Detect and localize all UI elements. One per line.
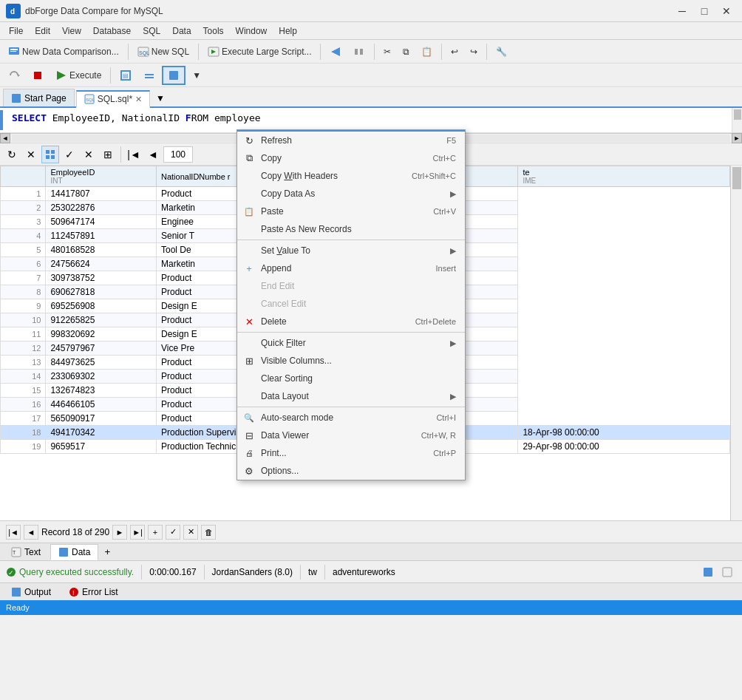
scroll-left-button[interactable]: ◄ xyxy=(0,133,10,143)
redo-button[interactable]: ↪ xyxy=(465,42,483,61)
cell-employeeid[interactable]: 695256908 xyxy=(46,299,157,313)
cell-employeeid[interactable]: 253022876 xyxy=(46,201,157,215)
toolbar-btn-selected[interactable] xyxy=(162,66,186,85)
toolbar-btn-6[interactable] xyxy=(138,66,160,85)
grid-check-btn[interactable]: ✓ xyxy=(61,146,78,163)
grid-cancel-btn[interactable]: ✕ xyxy=(22,146,40,163)
nav-x-button[interactable]: ✕ xyxy=(183,525,198,540)
menu-file[interactable]: File xyxy=(3,24,29,38)
ctx-paste-new[interactable]: Paste As New Records xyxy=(237,220,465,238)
cell-employeeid[interactable]: 132674823 xyxy=(46,384,157,398)
ctx-copy-headers[interactable]: Copy With Headers Ctrl+Shift+C xyxy=(237,167,465,185)
ctx-data-viewer[interactable]: ⊟ Data Viewer Ctrl+W, R xyxy=(237,427,465,444)
new-sql-button[interactable]: SQL New SQL xyxy=(132,42,194,61)
cell-employeeid[interactable]: 565090917 xyxy=(46,412,157,426)
tab-start-page[interactable]: Start Page xyxy=(3,89,75,106)
stop-btn[interactable] xyxy=(27,66,49,85)
execute-button[interactable]: Execute xyxy=(50,66,106,85)
minimize-button[interactable]: ─ xyxy=(673,4,692,18)
menu-window[interactable]: Window xyxy=(230,24,273,38)
ctx-print[interactable]: 🖨 Print... Ctrl+P xyxy=(237,444,465,462)
tab-sql-file[interactable]: SQL SQL.sql* ✕ xyxy=(76,90,150,108)
tab-data[interactable]: Data xyxy=(50,544,98,560)
menu-edit[interactable]: Edit xyxy=(29,24,56,38)
ctx-visible-columns[interactable]: ⊞ Visible Columns... xyxy=(237,352,465,370)
nav-next-button[interactable]: ► xyxy=(112,525,127,540)
ctx-set-value[interactable]: Set Value To ▶ xyxy=(237,242,465,259)
grid-x-btn[interactable]: ✕ xyxy=(80,146,98,163)
status-icon-btn-1[interactable] xyxy=(699,563,717,581)
vertical-scrollbar[interactable] xyxy=(730,166,742,520)
status-icon-btn-2[interactable] xyxy=(718,563,736,581)
cell-date2[interactable]: 18-Apr-98 00:00:00 xyxy=(518,426,730,440)
tab-output[interactable]: Output xyxy=(3,584,59,600)
cell-employeeid[interactable]: 446466105 xyxy=(46,398,157,412)
ctx-append[interactable]: + Append Insert xyxy=(237,259,465,277)
menu-tools[interactable]: Tools xyxy=(197,24,230,38)
cell-employeeid[interactable]: 112457891 xyxy=(46,229,157,243)
add-tab-button[interactable]: + xyxy=(100,545,115,560)
cell-employeeid[interactable]: 912265825 xyxy=(46,313,157,327)
toolbar-btn-5[interactable]: ▤ xyxy=(115,66,137,85)
menu-data[interactable]: Data xyxy=(166,24,197,38)
toolbar-btn-1[interactable] xyxy=(324,42,347,61)
ctx-paste[interactable]: 📋 Paste Ctrl+V xyxy=(237,203,465,220)
ctx-delete[interactable]: ✕ Delete Ctrl+Delete xyxy=(237,313,465,330)
cell-employeeid[interactable]: 24756624 xyxy=(46,257,157,271)
ctx-refresh[interactable]: ↻ Refresh F5 xyxy=(237,132,465,149)
col-header-date[interactable]: teIME xyxy=(518,166,730,187)
toolbar-btn-2[interactable] xyxy=(348,42,370,61)
tab-close-button[interactable]: ✕ xyxy=(135,95,142,104)
execute-large-script-button[interactable]: Execute Large Script... xyxy=(202,42,316,61)
cell-employeeid[interactable]: 233069302 xyxy=(46,370,157,384)
menu-database[interactable]: Database xyxy=(87,24,137,38)
cell-employeeid[interactable]: 844973625 xyxy=(46,356,157,370)
nav-prev-button[interactable]: ◄ xyxy=(24,525,38,540)
ctx-end-edit[interactable]: End Edit xyxy=(237,277,465,295)
ctx-auto-search[interactable]: 🔍 Auto-search mode Ctrl+I xyxy=(237,409,465,427)
ctx-data-layout[interactable]: Data Layout ▶ xyxy=(237,387,465,405)
menu-help[interactable]: Help xyxy=(273,24,303,38)
tab-error-list[interactable]: ! Error List xyxy=(61,584,126,600)
undo-button[interactable]: ↩ xyxy=(446,42,463,61)
ctx-clear-sorting[interactable]: Clear Sorting xyxy=(237,370,465,387)
cell-employeeid[interactable]: 9659517 xyxy=(46,440,157,454)
ctx-options[interactable]: ⚙ Options... xyxy=(237,462,465,480)
ctx-copy[interactable]: ⧉ Copy Ctrl+C xyxy=(237,149,465,167)
copy-button[interactable]: ⧉ xyxy=(398,42,415,61)
refresh-btn[interactable] xyxy=(3,66,25,85)
close-button[interactable]: ✕ xyxy=(717,4,736,18)
nav-delete-button[interactable]: 🗑 xyxy=(201,525,216,540)
nav-add-button[interactable]: + xyxy=(148,525,163,540)
nav-last-button[interactable]: ►| xyxy=(130,525,145,540)
scroll-right-button[interactable]: ► xyxy=(732,133,742,143)
nav-check-button[interactable]: ✓ xyxy=(166,525,180,540)
tab-text[interactable]: T Text xyxy=(3,544,49,560)
cell-employeeid[interactable]: 509647174 xyxy=(46,215,157,229)
cell-employeeid[interactable]: 494170342 xyxy=(46,426,157,440)
grid-layout-btn[interactable] xyxy=(41,146,59,163)
paste-button[interactable]: 📋 xyxy=(416,42,438,61)
code-editor[interactable]: SELECT EmployeeID, NationalID FROM emplo… xyxy=(7,110,742,130)
ctx-quick-filter[interactable]: Quick Filter ▶ xyxy=(237,334,465,352)
cell-employeeid[interactable]: 690627818 xyxy=(46,285,157,299)
nav-first-button[interactable]: |◄ xyxy=(6,525,21,540)
grid-first-btn[interactable]: |◄ xyxy=(125,146,143,163)
ctx-copy-data-as[interactable]: Copy Data As ▶ xyxy=(237,185,465,203)
new-data-comparison-button[interactable]: New Data Comparison... xyxy=(3,42,124,61)
cell-employeeid[interactable]: 480168528 xyxy=(46,243,157,257)
cell-employeeid[interactable]: 309738752 xyxy=(46,271,157,285)
cell-employeeid[interactable]: 245797967 xyxy=(46,341,157,356)
maximize-button[interactable]: □ xyxy=(695,4,714,18)
tools-button[interactable]: 🔧 xyxy=(491,42,512,61)
menu-view[interactable]: View xyxy=(56,24,87,38)
cut-button[interactable]: ✂ xyxy=(378,42,396,61)
grid-prev-btn[interactable]: ◄ xyxy=(144,146,162,163)
grid-columns-btn[interactable]: ⊞ xyxy=(99,146,117,163)
cell-date2[interactable]: 29-Apr-98 00:00:00 xyxy=(518,440,730,454)
record-count-input[interactable] xyxy=(163,146,193,163)
cell-employeeid[interactable]: 14417807 xyxy=(46,187,157,201)
col-header-employeeid[interactable]: EmployeeIDINT xyxy=(46,166,157,187)
ctx-cancel-edit[interactable]: Cancel Edit xyxy=(237,295,465,313)
grid-refresh-btn[interactable]: ↻ xyxy=(3,146,21,163)
